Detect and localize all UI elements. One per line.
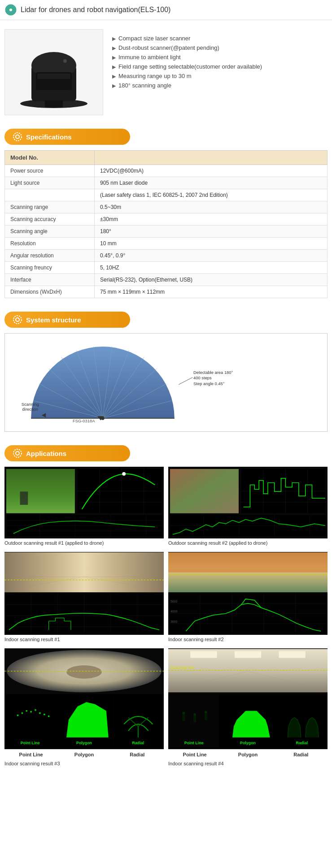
app-image-indoor2: 5000 4000 3000 — [168, 552, 328, 635]
app-item-indoor3: Point Line Polygon Radial Point Line Pol… — [4, 648, 164, 768]
svg-point-35 — [16, 451, 19, 455]
features-ul: ▶ Compact size laser scanner ▶ Dust-robu… — [112, 34, 328, 90]
app-image-indoor1 — [4, 552, 164, 635]
svg-point-115 — [48, 715, 50, 717]
feature-item: ▶ 180° scanning angle — [112, 81, 328, 90]
indoor3-sublabel-3: Radial — [111, 750, 164, 759]
system-title: System structure — [26, 316, 81, 324]
svg-rect-143 — [277, 695, 327, 747]
page-title: Lidar for drones and robot navigation(EL… — [21, 6, 170, 14]
svg-point-12 — [13, 316, 22, 324]
indoor4-svg: Scanning line Point Line P — [168, 648, 328, 749]
specs-value: 75 mm × 119mm × 112mm — [95, 286, 328, 298]
specs-row: Dimensions (WxDxH)75 mm × 119mm × 112mm — [5, 286, 328, 298]
svg-rect-134 — [183, 715, 185, 721]
svg-text:Step angle 0.45°: Step angle 0.45° — [193, 381, 225, 386]
feature-text: Dust-robust scanner(@patent pending) — [118, 44, 219, 51]
outdoor2-svg — [168, 467, 328, 538]
specs-value: 5, 10HZ — [95, 262, 328, 274]
svg-rect-8 — [45, 100, 63, 107]
indoor2-caption: Indoor scanning result #2 — [168, 635, 328, 644]
app-image-outdoor2 — [168, 467, 328, 538]
specs-label: Scanning accuracy — [5, 213, 95, 226]
specs-row: InterfaceSerial(RS-232), Option(Ethernet… — [5, 274, 328, 286]
specs-value: 0.45°, 0.9° — [95, 250, 328, 262]
specs-value: 12VDC(@600mA) — [95, 165, 328, 177]
indoor4-caption: Indoor scanning result #4 — [168, 759, 328, 768]
specs-row: Scanning range0.5~30m — [5, 201, 328, 213]
svg-text:Scanning line: Scanning line — [170, 665, 194, 670]
intro-section: ▶ Compact size laser scanner ▶ Dust-robu… — [0, 20, 332, 124]
svg-text:3000: 3000 — [170, 620, 177, 623]
specs-label: Scanning angle — [5, 226, 95, 238]
svg-point-10 — [13, 133, 22, 141]
specs-value: 905 nm Laser diode — [95, 177, 328, 189]
svg-text:Point Line: Point Line — [184, 741, 204, 745]
svg-text:4000: 4000 — [170, 610, 177, 613]
indoor1-svg — [4, 552, 164, 635]
app-image-indoor4: Scanning line Point Line P — [168, 648, 328, 749]
svg-rect-39 — [6, 469, 75, 513]
diagram-svg: Scanning direction FSG-0318A Detectable … — [12, 340, 320, 425]
specs-value: 10 mm — [95, 238, 328, 250]
arrow-icon: ▶ — [112, 74, 116, 79]
specs-row: Power source12VDC(@600mA) — [5, 165, 328, 177]
svg-rect-73 — [4, 552, 164, 592]
svg-point-114 — [44, 714, 45, 716]
indoor4-sublabel-1: Point Line — [168, 750, 221, 759]
page-header: Lidar for drones and robot navigation(EL… — [0, 0, 332, 20]
app-item-indoor2: 5000 4000 3000 Indoor scanning result #2 — [168, 552, 328, 644]
indoor4-sublabel-3: Radial — [275, 750, 328, 759]
outdoor1-svg — [4, 467, 164, 538]
specs-label: Light source — [5, 177, 95, 189]
svg-text:Radial: Radial — [132, 741, 144, 745]
specs-row: Scanning accuracy±30mm — [5, 213, 328, 226]
specs-value: ±30mm — [95, 213, 328, 226]
svg-line-34 — [179, 378, 192, 385]
svg-rect-126 — [279, 651, 306, 658]
svg-point-47 — [122, 472, 126, 476]
specs-row: Resolution10 mm — [5, 238, 328, 250]
svg-rect-138 — [205, 714, 207, 720]
app-item-outdoor1: Outdoor scanning result #1 (applied to d… — [4, 467, 164, 547]
feature-item: ▶ Measuring range up to 30 m — [112, 71, 328, 81]
specs-label: Dimensions (WxDxH) — [5, 286, 95, 298]
indoor3-sublabel-1: Point Line — [4, 750, 57, 759]
specs-value: Serial(RS-232), Option(Ethernet, USB) — [95, 274, 328, 286]
feature-text: Measuring range up to 30 m — [118, 73, 192, 79]
applications-icon — [13, 448, 22, 458]
applications-section: Outdoor scanning result #1 (applied to d… — [0, 467, 332, 777]
specs-value: (Laser safety class 1, IEC 60825-1, 2007… — [95, 189, 328, 201]
svg-point-36 — [13, 449, 22, 457]
system-section-header: System structure — [4, 312, 130, 328]
indoor1-caption: Indoor scanning result #1 — [4, 635, 164, 644]
scanning-label: Scanning — [22, 402, 39, 407]
specs-title: Specifications — [26, 133, 72, 141]
applications-title: Applications — [26, 450, 66, 457]
svg-point-9 — [16, 135, 19, 139]
svg-rect-40 — [20, 491, 28, 505]
outdoor1-caption: Outdoor scanning result #1 (applied to d… — [4, 538, 164, 547]
svg-text:5000: 5000 — [170, 600, 177, 603]
specs-label: Power source — [5, 165, 95, 177]
svg-text:Point Line: Point Line — [21, 741, 40, 745]
specs-section-header: Specifications — [4, 129, 130, 145]
model-label: FSG-0318A — [73, 418, 95, 423]
specs-label — [5, 189, 95, 201]
specs-label: Scanning range — [5, 201, 95, 213]
applications-section-header: Applications — [4, 445, 130, 461]
svg-point-112 — [35, 709, 36, 711]
feature-item: ▶ Immune to ambient light — [112, 52, 328, 62]
svg-rect-136 — [193, 716, 196, 722]
svg-point-108 — [17, 715, 19, 716]
indoor3-sublabel-2: Polygon — [57, 750, 110, 759]
product-image — [4, 29, 103, 115]
svg-rect-125 — [235, 651, 261, 658]
app-item-indoor4: Scanning line Point Line P — [168, 648, 328, 768]
svg-rect-6 — [37, 74, 70, 79]
features-list: ▶ Compact size laser scanner ▶ Dust-robu… — [112, 29, 328, 115]
arrow-icon: ▶ — [112, 36, 116, 42]
svg-point-7 — [63, 59, 67, 63]
specs-label: Interface — [5, 274, 95, 286]
svg-point-11 — [16, 318, 19, 321]
